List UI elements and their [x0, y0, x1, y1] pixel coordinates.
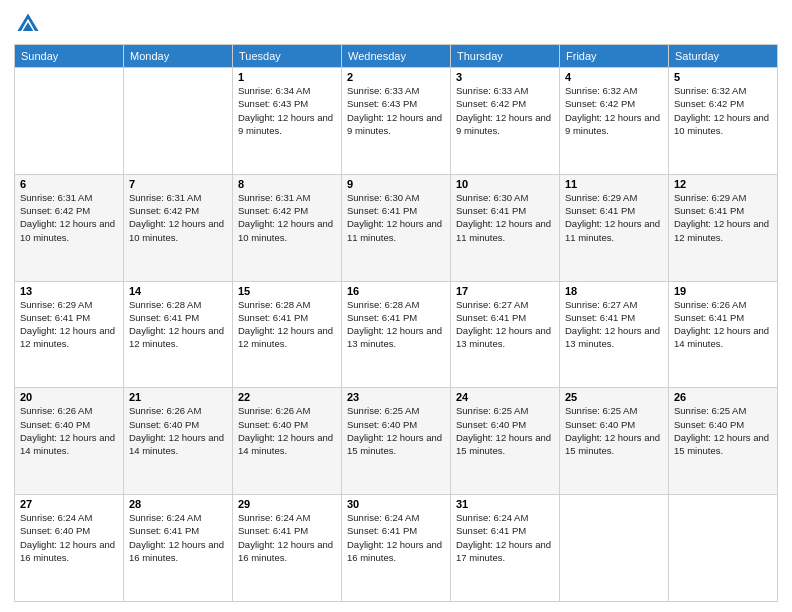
day-cell: 3 Sunrise: 6:33 AMSunset: 6:42 PMDayligh… — [451, 68, 560, 175]
day-info: Sunrise: 6:25 AMSunset: 6:40 PMDaylight:… — [565, 404, 663, 457]
day-info: Sunrise: 6:29 AMSunset: 6:41 PMDaylight:… — [674, 191, 772, 244]
day-number: 6 — [20, 178, 118, 190]
day-cell: 30 Sunrise: 6:24 AMSunset: 6:41 PMDaylig… — [342, 495, 451, 602]
day-cell: 5 Sunrise: 6:32 AMSunset: 6:42 PMDayligh… — [669, 68, 778, 175]
header — [14, 10, 778, 38]
day-number: 29 — [238, 498, 336, 510]
day-cell: 25 Sunrise: 6:25 AMSunset: 6:40 PMDaylig… — [560, 388, 669, 495]
logo-icon — [14, 10, 42, 38]
day-info: Sunrise: 6:28 AMSunset: 6:41 PMDaylight:… — [129, 298, 227, 351]
day-cell — [560, 495, 669, 602]
day-info: Sunrise: 6:30 AMSunset: 6:41 PMDaylight:… — [347, 191, 445, 244]
day-cell: 19 Sunrise: 6:26 AMSunset: 6:41 PMDaylig… — [669, 281, 778, 388]
day-info: Sunrise: 6:30 AMSunset: 6:41 PMDaylight:… — [456, 191, 554, 244]
day-info: Sunrise: 6:31 AMSunset: 6:42 PMDaylight:… — [20, 191, 118, 244]
day-info: Sunrise: 6:34 AMSunset: 6:43 PMDaylight:… — [238, 84, 336, 137]
day-cell: 1 Sunrise: 6:34 AMSunset: 6:43 PMDayligh… — [233, 68, 342, 175]
day-header-wednesday: Wednesday — [342, 45, 451, 68]
day-number: 4 — [565, 71, 663, 83]
day-info: Sunrise: 6:28 AMSunset: 6:41 PMDaylight:… — [347, 298, 445, 351]
day-info: Sunrise: 6:24 AMSunset: 6:41 PMDaylight:… — [129, 511, 227, 564]
day-number: 15 — [238, 285, 336, 297]
day-info: Sunrise: 6:24 AMSunset: 6:41 PMDaylight:… — [456, 511, 554, 564]
day-number: 17 — [456, 285, 554, 297]
day-info: Sunrise: 6:25 AMSunset: 6:40 PMDaylight:… — [674, 404, 772, 457]
day-info: Sunrise: 6:29 AMSunset: 6:41 PMDaylight:… — [20, 298, 118, 351]
page: SundayMondayTuesdayWednesdayThursdayFrid… — [0, 0, 792, 612]
day-header-tuesday: Tuesday — [233, 45, 342, 68]
day-cell: 12 Sunrise: 6:29 AMSunset: 6:41 PMDaylig… — [669, 174, 778, 281]
day-info: Sunrise: 6:24 AMSunset: 6:41 PMDaylight:… — [347, 511, 445, 564]
day-number: 19 — [674, 285, 772, 297]
day-cell: 11 Sunrise: 6:29 AMSunset: 6:41 PMDaylig… — [560, 174, 669, 281]
day-cell: 21 Sunrise: 6:26 AMSunset: 6:40 PMDaylig… — [124, 388, 233, 495]
week-row-4: 20 Sunrise: 6:26 AMSunset: 6:40 PMDaylig… — [15, 388, 778, 495]
day-number: 30 — [347, 498, 445, 510]
day-cell: 18 Sunrise: 6:27 AMSunset: 6:41 PMDaylig… — [560, 281, 669, 388]
day-cell: 23 Sunrise: 6:25 AMSunset: 6:40 PMDaylig… — [342, 388, 451, 495]
calendar-header-row: SundayMondayTuesdayWednesdayThursdayFrid… — [15, 45, 778, 68]
day-cell: 28 Sunrise: 6:24 AMSunset: 6:41 PMDaylig… — [124, 495, 233, 602]
day-number: 27 — [20, 498, 118, 510]
day-cell: 31 Sunrise: 6:24 AMSunset: 6:41 PMDaylig… — [451, 495, 560, 602]
day-info: Sunrise: 6:33 AMSunset: 6:43 PMDaylight:… — [347, 84, 445, 137]
day-number: 24 — [456, 391, 554, 403]
day-number: 12 — [674, 178, 772, 190]
day-info: Sunrise: 6:31 AMSunset: 6:42 PMDaylight:… — [129, 191, 227, 244]
week-row-5: 27 Sunrise: 6:24 AMSunset: 6:40 PMDaylig… — [15, 495, 778, 602]
day-number: 5 — [674, 71, 772, 83]
day-header-thursday: Thursday — [451, 45, 560, 68]
day-number: 28 — [129, 498, 227, 510]
day-cell: 22 Sunrise: 6:26 AMSunset: 6:40 PMDaylig… — [233, 388, 342, 495]
day-number: 26 — [674, 391, 772, 403]
day-cell — [669, 495, 778, 602]
day-cell: 24 Sunrise: 6:25 AMSunset: 6:40 PMDaylig… — [451, 388, 560, 495]
day-number: 20 — [20, 391, 118, 403]
day-header-monday: Monday — [124, 45, 233, 68]
day-info: Sunrise: 6:32 AMSunset: 6:42 PMDaylight:… — [674, 84, 772, 137]
calendar-table: SundayMondayTuesdayWednesdayThursdayFrid… — [14, 44, 778, 602]
day-info: Sunrise: 6:31 AMSunset: 6:42 PMDaylight:… — [238, 191, 336, 244]
day-info: Sunrise: 6:29 AMSunset: 6:41 PMDaylight:… — [565, 191, 663, 244]
day-cell: 15 Sunrise: 6:28 AMSunset: 6:41 PMDaylig… — [233, 281, 342, 388]
day-info: Sunrise: 6:24 AMSunset: 6:41 PMDaylight:… — [238, 511, 336, 564]
day-number: 18 — [565, 285, 663, 297]
day-info: Sunrise: 6:27 AMSunset: 6:41 PMDaylight:… — [456, 298, 554, 351]
day-info: Sunrise: 6:26 AMSunset: 6:41 PMDaylight:… — [674, 298, 772, 351]
day-number: 21 — [129, 391, 227, 403]
day-info: Sunrise: 6:32 AMSunset: 6:42 PMDaylight:… — [565, 84, 663, 137]
day-info: Sunrise: 6:25 AMSunset: 6:40 PMDaylight:… — [347, 404, 445, 457]
day-header-sunday: Sunday — [15, 45, 124, 68]
day-number: 11 — [565, 178, 663, 190]
day-info: Sunrise: 6:26 AMSunset: 6:40 PMDaylight:… — [129, 404, 227, 457]
day-cell: 9 Sunrise: 6:30 AMSunset: 6:41 PMDayligh… — [342, 174, 451, 281]
day-cell: 10 Sunrise: 6:30 AMSunset: 6:41 PMDaylig… — [451, 174, 560, 281]
day-info: Sunrise: 6:26 AMSunset: 6:40 PMDaylight:… — [238, 404, 336, 457]
day-number: 25 — [565, 391, 663, 403]
day-number: 1 — [238, 71, 336, 83]
day-cell — [124, 68, 233, 175]
day-cell: 7 Sunrise: 6:31 AMSunset: 6:42 PMDayligh… — [124, 174, 233, 281]
day-cell: 6 Sunrise: 6:31 AMSunset: 6:42 PMDayligh… — [15, 174, 124, 281]
day-number: 16 — [347, 285, 445, 297]
day-number: 10 — [456, 178, 554, 190]
day-cell: 8 Sunrise: 6:31 AMSunset: 6:42 PMDayligh… — [233, 174, 342, 281]
day-info: Sunrise: 6:26 AMSunset: 6:40 PMDaylight:… — [20, 404, 118, 457]
day-cell: 29 Sunrise: 6:24 AMSunset: 6:41 PMDaylig… — [233, 495, 342, 602]
day-info: Sunrise: 6:33 AMSunset: 6:42 PMDaylight:… — [456, 84, 554, 137]
day-number: 23 — [347, 391, 445, 403]
day-info: Sunrise: 6:24 AMSunset: 6:40 PMDaylight:… — [20, 511, 118, 564]
day-number: 22 — [238, 391, 336, 403]
day-cell: 27 Sunrise: 6:24 AMSunset: 6:40 PMDaylig… — [15, 495, 124, 602]
day-cell: 26 Sunrise: 6:25 AMSunset: 6:40 PMDaylig… — [669, 388, 778, 495]
week-row-3: 13 Sunrise: 6:29 AMSunset: 6:41 PMDaylig… — [15, 281, 778, 388]
day-cell: 13 Sunrise: 6:29 AMSunset: 6:41 PMDaylig… — [15, 281, 124, 388]
week-row-1: 1 Sunrise: 6:34 AMSunset: 6:43 PMDayligh… — [15, 68, 778, 175]
day-cell: 20 Sunrise: 6:26 AMSunset: 6:40 PMDaylig… — [15, 388, 124, 495]
day-number: 8 — [238, 178, 336, 190]
day-info: Sunrise: 6:25 AMSunset: 6:40 PMDaylight:… — [456, 404, 554, 457]
day-number: 31 — [456, 498, 554, 510]
day-number: 3 — [456, 71, 554, 83]
day-cell — [15, 68, 124, 175]
day-number: 7 — [129, 178, 227, 190]
